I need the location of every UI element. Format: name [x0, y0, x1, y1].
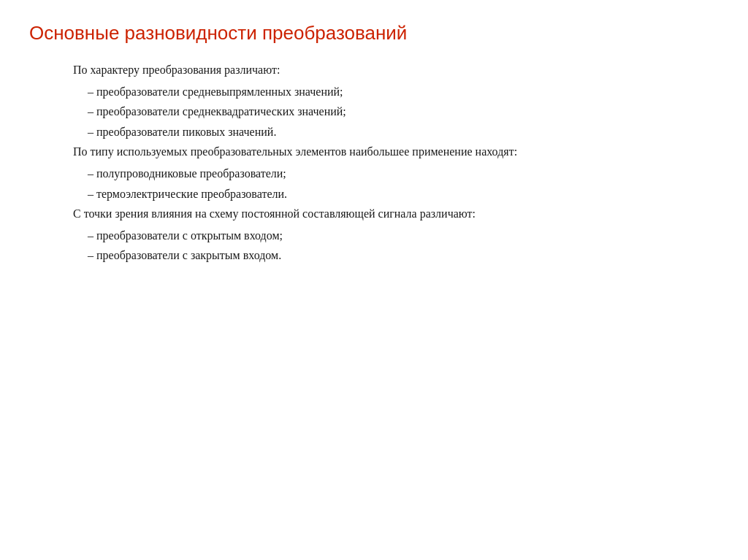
- paragraph-3: С точки зрения влияния на схему постоянн…: [44, 204, 719, 223]
- content-area: По характеру преобразования различают: –…: [29, 61, 719, 265]
- list-item-4: – полупроводниковые преобразователи;: [88, 164, 719, 183]
- list-item-6: – преобразователи с открытым входом;: [88, 226, 719, 245]
- list-item-7: – преобразователи с закрытым входом.: [88, 246, 719, 265]
- list-item-2: – преобразователи среднеквадратических з…: [88, 102, 719, 121]
- list-item-3: – преобразователи пиковых значений.: [88, 123, 719, 142]
- list-item-5: – термоэлектрические преобразователи.: [88, 185, 719, 204]
- list-item-1: – преобразователи средневыпрямленных зна…: [88, 83, 719, 101]
- paragraph-2: По типу используемых преобразовательных …: [44, 142, 719, 161]
- slide-container: Основные разновидности преобразований По…: [0, 0, 748, 560]
- paragraph-1: По характеру преобразования различают:: [44, 61, 719, 80]
- slide-title: Основные разновидности преобразований: [29, 22, 719, 45]
